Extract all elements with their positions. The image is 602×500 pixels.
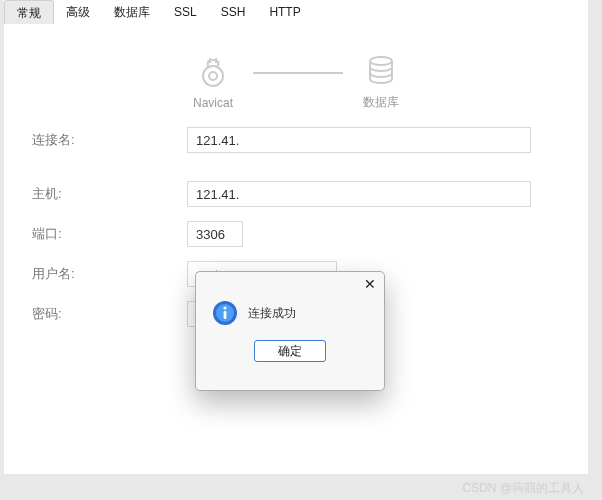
- svg-point-4: [370, 57, 392, 65]
- svg-point-0: [203, 66, 223, 86]
- diagram-navicat: Navicat: [193, 54, 233, 110]
- close-icon[interactable]: ✕: [364, 276, 376, 292]
- diagram-database-label: 数据库: [363, 94, 399, 111]
- diagram-database: 数据库: [363, 52, 399, 111]
- username-label: 用户名:: [32, 265, 187, 283]
- host-input[interactable]: [187, 181, 531, 207]
- tab-database[interactable]: 数据库: [102, 0, 162, 24]
- password-label: 密码:: [32, 305, 187, 323]
- host-label: 主机:: [32, 185, 187, 203]
- connection-name-label: 连接名:: [32, 131, 187, 149]
- svg-point-7: [223, 306, 226, 309]
- port-input[interactable]: [187, 221, 243, 247]
- navicat-icon: [195, 54, 231, 90]
- dialog-message: 连接成功: [248, 305, 296, 322]
- database-icon: [363, 52, 399, 88]
- ok-button[interactable]: 确定: [254, 340, 326, 362]
- connection-diagram: Navicat 数据库: [4, 24, 588, 127]
- message-dialog: ✕ 连接成功 确定: [195, 271, 385, 391]
- connection-name-input[interactable]: [187, 127, 531, 153]
- diagram-connector: [253, 72, 343, 74]
- tab-bar: 常规 高级 数据库 SSL SSH HTTP: [4, 0, 588, 24]
- tab-http[interactable]: HTTP: [257, 0, 312, 24]
- svg-point-1: [209, 72, 217, 80]
- connection-dialog-panel: 常规 高级 数据库 SSL SSH HTTP Navicat 数: [4, 0, 588, 474]
- tab-ssh[interactable]: SSH: [209, 0, 258, 24]
- diagram-navicat-label: Navicat: [193, 96, 233, 110]
- info-icon: [212, 300, 238, 326]
- tab-ssl[interactable]: SSL: [162, 0, 209, 24]
- tab-general[interactable]: 常规: [4, 0, 54, 24]
- svg-rect-8: [224, 311, 227, 319]
- tab-advanced[interactable]: 高级: [54, 0, 102, 24]
- watermark: CSDN @蒟蒻的工具人: [462, 480, 584, 497]
- port-label: 端口:: [32, 225, 187, 243]
